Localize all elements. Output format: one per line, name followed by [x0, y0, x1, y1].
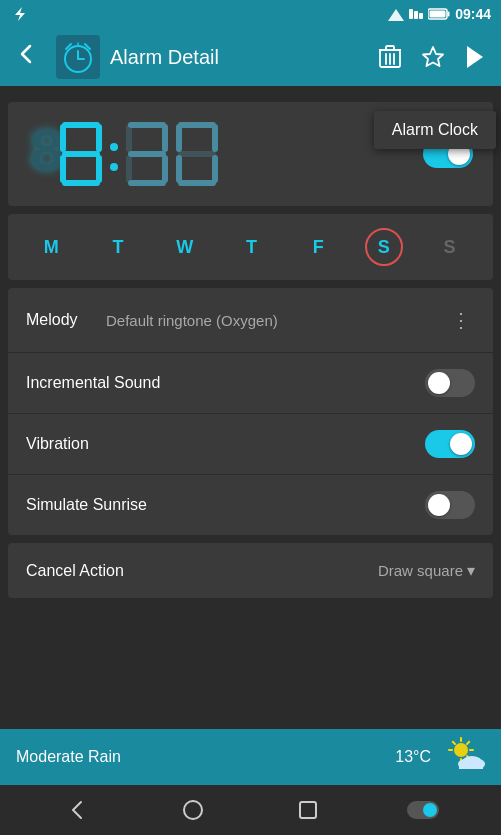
alarm-icon: [60, 39, 96, 75]
time-display: 8: [28, 118, 222, 190]
tooltip-text: Alarm Clock: [392, 121, 478, 138]
svg-rect-27: [96, 155, 102, 183]
sim-icon: [409, 7, 423, 21]
svg-rect-38: [212, 124, 218, 152]
vibration-toggle[interactable]: [425, 430, 475, 458]
svg-rect-42: [178, 180, 216, 186]
app-icon: [56, 35, 100, 79]
digit-3: [122, 118, 172, 190]
back-button[interactable]: [8, 35, 46, 79]
melody-label: Melody: [26, 311, 96, 329]
svg-rect-32: [128, 151, 166, 157]
svg-point-43: [454, 743, 468, 757]
svg-rect-24: [96, 124, 102, 152]
star-button[interactable]: [413, 37, 453, 77]
play-icon: [465, 45, 485, 69]
svg-marker-21: [467, 46, 483, 68]
signal-icon: [388, 7, 404, 21]
svg-rect-26: [60, 155, 66, 183]
simulate-sunrise-label: Simulate Sunrise: [26, 496, 147, 514]
days-card: M T W T F S S: [8, 214, 493, 280]
vibration-toggle-thumb: [450, 433, 472, 455]
status-bar-left: [10, 7, 30, 21]
svg-line-48: [453, 741, 455, 743]
svg-marker-20: [423, 47, 443, 66]
svg-rect-34: [162, 155, 168, 183]
nav-back-icon: [67, 799, 89, 821]
svg-rect-41: [212, 155, 218, 183]
svg-marker-1: [388, 9, 404, 21]
lightning-icon: [10, 7, 30, 21]
svg-line-50: [467, 741, 469, 743]
settings-card: Melody Default ringtone (Oxygen) ⋮ Incre…: [8, 288, 493, 535]
simulate-sunrise-toggle[interactable]: [425, 491, 475, 519]
trash-icon: [379, 45, 401, 69]
weather-bar: Moderate Rain 13°C: [0, 729, 501, 785]
svg-rect-28: [62, 180, 100, 186]
svg-rect-36: [178, 122, 216, 128]
svg-rect-33: [126, 155, 132, 183]
delete-button[interactable]: [371, 37, 409, 77]
svg-rect-29: [128, 122, 166, 128]
digit-0: [172, 118, 222, 190]
weather-icon: [445, 734, 485, 781]
weather-description: Moderate Rain: [16, 748, 121, 766]
melody-row[interactable]: Melody Default ringtone (Oxygen) ⋮: [8, 288, 493, 353]
incremental-sound-row: Incremental Sound: [8, 353, 493, 414]
day-friday[interactable]: F: [298, 237, 338, 258]
svg-rect-2: [409, 9, 413, 19]
day-wednesday[interactable]: W: [165, 237, 205, 258]
cancel-action-label: Cancel Action: [26, 562, 124, 580]
vibration-label: Vibration: [26, 435, 89, 453]
nav-recent-icon: [297, 799, 319, 821]
svg-rect-35: [128, 180, 166, 186]
svg-rect-30: [126, 124, 132, 152]
cancel-dropdown-arrow: ▾: [467, 561, 475, 580]
svg-rect-31: [162, 124, 168, 152]
status-bar: 09:44: [0, 0, 501, 28]
svg-rect-3: [414, 11, 418, 19]
recent-nav-button[interactable]: [251, 799, 366, 821]
simulate-sunrise-row: Simulate Sunrise: [8, 475, 493, 535]
day-tuesday[interactable]: T: [98, 237, 138, 258]
saturday-ring: [365, 228, 403, 266]
incremental-toggle-thumb: [428, 372, 450, 394]
day-monday[interactable]: M: [31, 237, 71, 258]
home-nav-button[interactable]: [135, 799, 250, 821]
battery-icon: [428, 8, 450, 20]
incremental-sound-toggle[interactable]: [425, 369, 475, 397]
star-icon: [421, 45, 445, 69]
sun-cloud-icon: [445, 734, 485, 774]
nav-home-icon: [182, 799, 204, 821]
digit-8: [56, 118, 106, 190]
bottom-nav: [0, 785, 501, 835]
svg-rect-40: [176, 155, 182, 183]
back-icon: [16, 43, 38, 65]
svg-rect-7: [430, 11, 446, 18]
status-bar-right: 09:44: [388, 6, 491, 22]
day-thursday[interactable]: T: [231, 237, 271, 258]
nav-right-area: [366, 801, 481, 819]
svg-rect-39: [178, 151, 216, 157]
weather-temperature: 13°C: [395, 748, 431, 766]
back-nav-button[interactable]: [20, 799, 135, 821]
play-button[interactable]: [457, 37, 493, 77]
day-saturday[interactable]: S: [365, 228, 403, 266]
app-bar-actions: [371, 37, 493, 77]
svg-rect-37: [176, 124, 182, 152]
app-bar-title: Alarm Detail: [110, 46, 361, 69]
status-time: 09:44: [455, 6, 491, 22]
sunrise-toggle-thumb: [428, 494, 450, 516]
cancel-action-value: Draw square ▾: [378, 561, 475, 580]
incremental-sound-label: Incremental Sound: [26, 374, 160, 392]
svg-rect-6: [448, 12, 450, 17]
svg-rect-19: [386, 46, 394, 50]
svg-rect-22: [62, 122, 100, 128]
svg-rect-25: [62, 151, 100, 157]
svg-point-55: [184, 801, 202, 819]
cancel-action-row[interactable]: Cancel Action Draw square ▾: [8, 543, 493, 598]
melody-more-button[interactable]: ⋮: [447, 304, 475, 336]
nav-toggle[interactable]: [407, 801, 439, 819]
tooltip: Alarm Clock: [374, 111, 496, 149]
day-sunday[interactable]: S: [430, 237, 470, 258]
